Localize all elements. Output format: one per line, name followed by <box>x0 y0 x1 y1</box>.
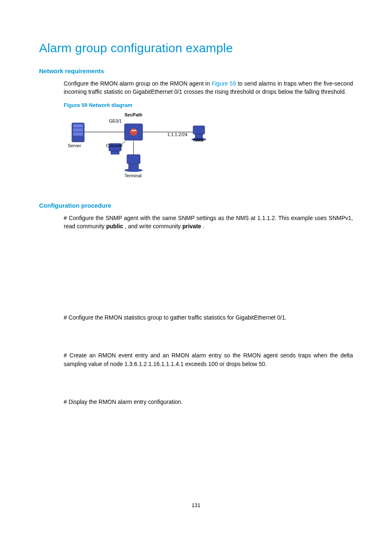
text-span: public <box>106 223 123 229</box>
server-icon <box>72 123 84 142</box>
svg-rect-5 <box>73 124 83 127</box>
ge-label: GE0/1 <box>109 118 122 123</box>
text-span: . <box>203 223 204 229</box>
config-p1: # Configure the SNMP agent with the same… <box>64 214 353 231</box>
config-p2: # Configure the RMON statistics group to… <box>64 313 353 322</box>
figure-59-link[interactable]: Figure 59 <box>212 80 236 87</box>
svg-rect-6 <box>73 128 83 132</box>
console-label: Console <box>106 143 122 148</box>
text-span: , and write community <box>125 223 182 229</box>
svg-point-17 <box>125 169 143 172</box>
svg-rect-14 <box>111 151 119 154</box>
network-diagram: SecPath GE0/1 1.1.1.2/24 NMS Server Cons… <box>64 111 220 190</box>
page-number: 131 <box>0 502 392 508</box>
network-requirements-heading: Network requirements <box>39 67 353 74</box>
configuration-procedure-heading: Configuration procedure <box>39 202 353 209</box>
text-span: private <box>182 223 201 229</box>
svg-rect-15 <box>127 155 140 164</box>
svg-rect-10 <box>193 126 205 134</box>
ip-label: 1.1.1.2/24 <box>167 132 187 137</box>
text-span: Configure the RMON alarm group on the RM… <box>64 80 212 87</box>
secpath-icon <box>125 124 143 140</box>
svg-rect-7 <box>73 132 83 136</box>
config-p4: # Display the RMON alarm entry configura… <box>64 398 353 406</box>
network-requirements-paragraph: Configure the RMON alarm group on the RM… <box>64 79 353 96</box>
svg-point-9 <box>130 128 137 136</box>
page-title: Alarm group configuration example <box>39 41 353 55</box>
server-label: Server <box>68 143 81 148</box>
nms-label: NMS <box>194 137 203 142</box>
secpath-label: SecPath <box>125 112 142 117</box>
terminal-label: Terminal <box>125 173 142 178</box>
config-p3: # Create an RMON event entry and an RMON… <box>64 351 353 368</box>
terminal-icon <box>125 155 143 172</box>
figure-caption: Figure 59 Network diagram <box>64 102 353 108</box>
